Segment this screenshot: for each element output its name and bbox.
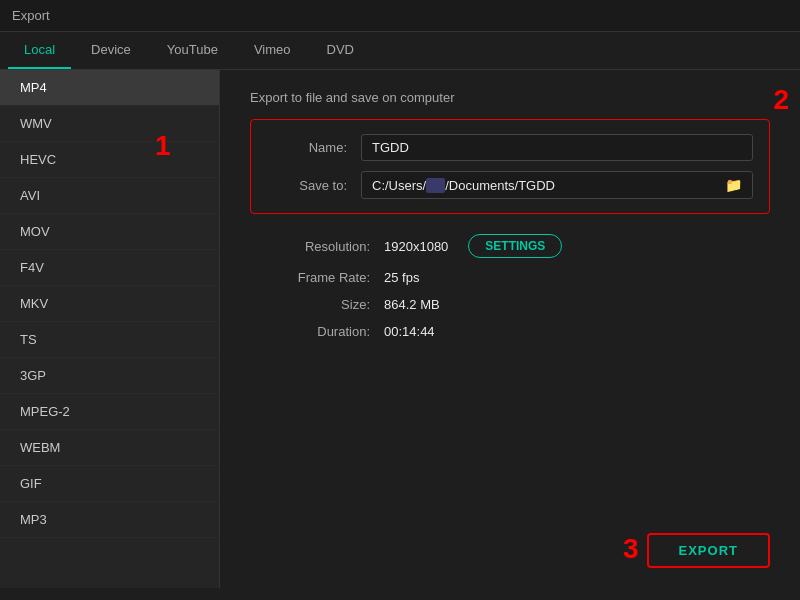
framerate-row: Frame Rate: 25 fps [250,270,770,285]
size-value: 864.2 MB [384,297,440,312]
tab-local[interactable]: Local [8,32,71,69]
format-webm[interactable]: WEBM [0,430,219,466]
size-row: Size: 864.2 MB [250,297,770,312]
tab-bar: Local Device YouTube Vimeo DVD [0,32,800,70]
format-f4v[interactable]: F4V [0,250,219,286]
info-rows: Resolution: 1920x1080 SETTINGS Frame Rat… [250,234,770,339]
form-box: 2 Name: Save to: C:/Users/ /Documents/TG… [250,119,770,214]
format-3gp[interactable]: 3GP [0,358,219,394]
tab-vimeo[interactable]: Vimeo [238,32,307,69]
tab-device[interactable]: Device [75,32,147,69]
right-panel: Export to file and save on computer 2 Na… [220,70,800,588]
format-hevc[interactable]: HEVC [0,142,219,178]
badge-1: 1 [155,130,171,162]
saveto-row: Save to: C:/Users/ /Documents/TGDD 📁 [267,171,753,199]
name-row: Name: [267,134,753,161]
resolution-value: 1920x1080 [384,239,448,254]
name-label: Name: [267,140,347,155]
saveto-label: Save to: [267,178,347,193]
format-mp3[interactable]: MP3 [0,502,219,538]
badge-3: 3 [623,533,639,565]
resolution-label: Resolution: [250,239,370,254]
window-title: Export [12,8,50,23]
format-mp4[interactable]: MP4 [0,70,219,106]
section-title: Export to file and save on computer [250,90,770,105]
export-button[interactable]: EXPORT [647,533,770,568]
framerate-label: Frame Rate: [250,270,370,285]
format-mov[interactable]: MOV [0,214,219,250]
framerate-value: 25 fps [384,270,419,285]
duration-label: Duration: [250,324,370,339]
folder-icon[interactable]: 📁 [725,177,742,193]
duration-row: Duration: 00:14:44 [250,324,770,339]
format-list: MP4 WMV HEVC AVI MOV F4V MKV TS 3GP MPEG… [0,70,220,588]
size-label: Size: [250,297,370,312]
tab-dvd[interactable]: DVD [311,32,370,69]
format-mpeg2[interactable]: MPEG-2 [0,394,219,430]
saveto-suffix: /Documents/TGDD [445,178,555,193]
tab-youtube[interactable]: YouTube [151,32,234,69]
format-mkv[interactable]: MKV [0,286,219,322]
format-wmv[interactable]: WMV [0,106,219,142]
main-content: MP4 WMV HEVC AVI MOV F4V MKV TS 3GP MPEG… [0,70,800,588]
badge-2: 2 [773,84,789,116]
saveto-highlight [426,178,445,193]
resolution-row: Resolution: 1920x1080 SETTINGS [250,234,770,258]
name-input[interactable] [361,134,753,161]
format-ts[interactable]: TS [0,322,219,358]
saveto-prefix: C:/Users/ [372,178,426,193]
bottom-bar: 3 EXPORT [623,533,770,568]
saveto-field[interactable]: C:/Users/ /Documents/TGDD 📁 [361,171,753,199]
format-avi[interactable]: AVI [0,178,219,214]
title-bar: Export [0,0,800,32]
settings-button[interactable]: SETTINGS [468,234,562,258]
duration-value: 00:14:44 [384,324,435,339]
format-gif[interactable]: GIF [0,466,219,502]
